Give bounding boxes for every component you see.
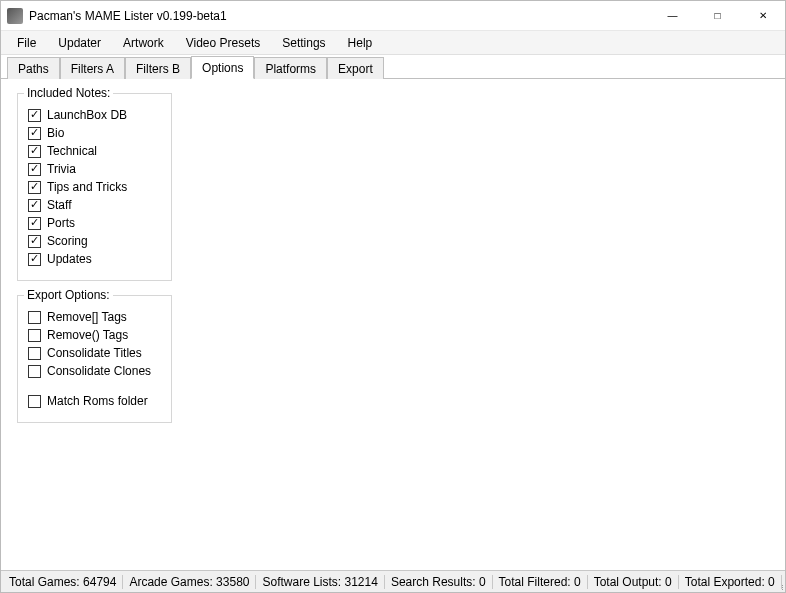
checkbox-label: Match Roms folder [47, 394, 148, 408]
tab-filters-b[interactable]: Filters B [125, 57, 191, 79]
checkbox-label: Consolidate Titles [47, 346, 142, 360]
groupbox-legend: Export Options: [24, 288, 113, 302]
tab-options[interactable]: Options [191, 56, 254, 79]
checkbox-icon[interactable] [28, 235, 41, 248]
menu-item-file[interactable]: File [7, 33, 46, 53]
menu-item-updater[interactable]: Updater [48, 33, 111, 53]
status-total-filtered: Total Filtered: 0 [493, 575, 588, 589]
groupbox-legend: Included Notes: [24, 86, 113, 100]
checkbox-icon[interactable] [28, 199, 41, 212]
app-icon [7, 8, 23, 24]
checkbox-row[interactable]: Scoring [28, 234, 161, 248]
checkbox-row[interactable]: Tips and Tricks [28, 180, 161, 194]
checkbox-icon[interactable] [28, 127, 41, 140]
checkbox-label: Tips and Tricks [47, 180, 127, 194]
checkbox-row[interactable]: Ports [28, 216, 161, 230]
checkbox-icon[interactable] [28, 347, 41, 360]
tab-export[interactable]: Export [327, 57, 384, 79]
minimize-button[interactable]: — [650, 1, 695, 30]
tab-platforms[interactable]: Platforms [254, 57, 327, 79]
checkbox-icon[interactable] [28, 163, 41, 176]
checkbox-icon[interactable] [28, 365, 41, 378]
checkbox-icon[interactable] [28, 181, 41, 194]
window-title: Pacman's MAME Lister v0.199-beta1 [29, 9, 650, 23]
tab-filters-a[interactable]: Filters A [60, 57, 125, 79]
statusbar: Total Games: 64794 Arcade Games: 33580 S… [1, 570, 785, 592]
status-software-lists: Software Lists: 31214 [256, 575, 384, 589]
checkbox-icon[interactable] [28, 217, 41, 230]
checkbox-icon[interactable] [28, 253, 41, 266]
checkbox-label: Staff [47, 198, 71, 212]
checkbox-label: Ports [47, 216, 75, 230]
checkbox-label: Remove[] Tags [47, 310, 127, 324]
tabstrip: PathsFilters AFilters BOptionsPlatformsE… [1, 55, 785, 79]
tab-paths[interactable]: Paths [7, 57, 60, 79]
status-total-exported: Total Exported: 0 [679, 575, 782, 589]
checkbox-icon[interactable] [28, 311, 41, 324]
maximize-button[interactable]: □ [695, 1, 740, 30]
checkbox-row[interactable]: Match Roms folder [28, 394, 161, 408]
close-button[interactable]: ✕ [740, 1, 785, 30]
checkbox-row[interactable]: Remove() Tags [28, 328, 161, 342]
checkbox-label: Scoring [47, 234, 88, 248]
checkbox-label: Technical [47, 144, 97, 158]
checkbox-row[interactable]: Staff [28, 198, 161, 212]
checkbox-row[interactable]: Bio [28, 126, 161, 140]
checkbox-row[interactable]: Updates [28, 252, 161, 266]
menu-item-help[interactable]: Help [338, 33, 383, 53]
checkbox-row[interactable]: Trivia [28, 162, 161, 176]
groupbox-included-notes: Included Notes: LaunchBox DBBioTechnical… [17, 93, 172, 281]
checkbox-label: Bio [47, 126, 64, 140]
checkbox-label: Updates [47, 252, 92, 266]
checkbox-icon[interactable] [28, 329, 41, 342]
groupbox-export-options: Export Options: Remove[] TagsRemove() Ta… [17, 295, 172, 423]
checkbox-row[interactable]: Remove[] Tags [28, 310, 161, 324]
status-total-output: Total Output: 0 [588, 575, 679, 589]
checkbox-row[interactable]: Technical [28, 144, 161, 158]
status-arcade-games: Arcade Games: 33580 [123, 575, 256, 589]
checkbox-icon[interactable] [28, 145, 41, 158]
status-total-games: Total Games: 64794 [3, 575, 123, 589]
menu-item-artwork[interactable]: Artwork [113, 33, 174, 53]
checkbox-icon[interactable] [28, 109, 41, 122]
menu-item-settings[interactable]: Settings [272, 33, 335, 53]
status-search-results: Search Results: 0 [385, 575, 493, 589]
menubar: FileUpdaterArtworkVideo PresetsSettingsH… [1, 31, 785, 55]
checkbox-row[interactable]: Consolidate Clones [28, 364, 161, 378]
menu-item-video-presets[interactable]: Video Presets [176, 33, 271, 53]
checkbox-icon[interactable] [28, 395, 41, 408]
checkbox-label: Consolidate Clones [47, 364, 151, 378]
titlebar: Pacman's MAME Lister v0.199-beta1 — □ ✕ [1, 1, 785, 31]
checkbox-row[interactable]: Consolidate Titles [28, 346, 161, 360]
checkbox-label: Remove() Tags [47, 328, 128, 342]
checkbox-label: Trivia [47, 162, 76, 176]
checkbox-label: LaunchBox DB [47, 108, 127, 122]
checkbox-row[interactable]: LaunchBox DB [28, 108, 161, 122]
tab-content-options: Included Notes: LaunchBox DBBioTechnical… [1, 79, 785, 570]
resize-grip-icon[interactable] [782, 575, 783, 591]
